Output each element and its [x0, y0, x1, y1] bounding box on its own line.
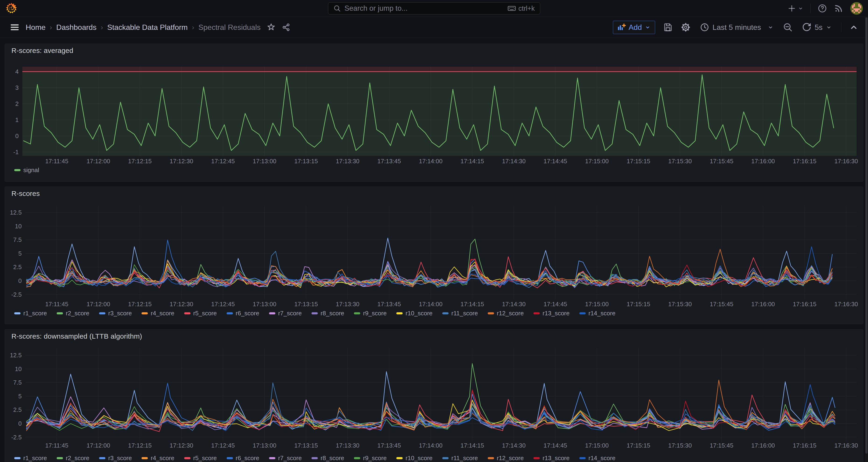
legend-item[interactable]: r4_score — [142, 455, 174, 462]
legend-item[interactable]: r7_score — [269, 455, 302, 462]
panel-r-scores[interactable]: R-scores 17:11:4517:12:0017:12:1517:12:3… — [5, 187, 863, 324]
panel-r-scores-averaged[interactable]: R-scores: averaged 17:11:4517:12:0017:12… — [5, 43, 863, 182]
timeseries-chart-downsampled[interactable]: 17:11:4517:12:0017:12:1517:12:3017:12:45… — [5, 330, 864, 462]
svg-text:17:13:30: 17:13:30 — [336, 158, 359, 165]
panel-r-scores-downsampled[interactable]: R-scores: downsampled (LTTB algorithm) 1… — [5, 329, 863, 462]
zoom-out-icon[interactable] — [783, 22, 793, 32]
collapse-topbar-caret-icon[interactable] — [849, 23, 858, 32]
legend-item[interactable]: r5_score — [184, 455, 217, 462]
legend-item[interactable]: r11_score — [442, 455, 478, 462]
legend-item[interactable]: r9_score — [354, 310, 386, 317]
legend-item[interactable]: r13_score — [533, 310, 569, 317]
news-rss-icon[interactable] — [834, 4, 843, 13]
svg-text:0: 0 — [19, 420, 22, 427]
user-avatar[interactable] — [850, 2, 863, 15]
legend-item[interactable]: r6_score — [227, 310, 259, 317]
legend-item[interactable]: r13_score — [533, 455, 569, 462]
timeseries-chart-rscores[interactable]: 17:11:4517:12:0017:12:1517:12:3017:12:45… — [5, 187, 864, 325]
legend-series-label: r3_score — [108, 455, 132, 462]
legend-item[interactable]: r11_score — [442, 310, 478, 317]
breadcrumb-separator: › — [50, 23, 52, 31]
legend-item[interactable]: r14_score — [579, 455, 616, 462]
legend-item[interactable]: r1_score — [14, 455, 47, 462]
menu-hamburger-icon[interactable] — [10, 22, 20, 32]
svg-text:17:13:00: 17:13:00 — [253, 301, 276, 308]
breadcrumb-item[interactable]: Dashboards — [56, 23, 96, 32]
svg-text:7.5: 7.5 — [13, 236, 22, 243]
grafana-logo-icon[interactable] — [6, 3, 17, 14]
help-button[interactable] — [818, 4, 827, 13]
svg-text:-2.5: -2.5 — [11, 291, 22, 298]
svg-text:17:15:45: 17:15:45 — [710, 442, 733, 449]
legend-item[interactable]: r1_score — [14, 310, 47, 317]
legend-item[interactable]: r10_score — [396, 455, 433, 462]
scrollbar[interactable] — [865, 17, 868, 462]
share-icon[interactable] — [282, 23, 290, 32]
legend-item[interactable]: r3_score — [99, 455, 132, 462]
time-range-picker[interactable]: Last 5 minutes — [699, 22, 775, 32]
legend-series-label: r3_score — [108, 310, 132, 317]
timeseries-chart-averaged[interactable]: 17:11:4517:12:0017:12:1517:12:3017:12:45… — [5, 44, 864, 182]
legend-series-label: r14_score — [588, 455, 616, 462]
legend-series-label: r6_score — [236, 455, 259, 462]
svg-text:17:12:00: 17:12:00 — [87, 301, 110, 308]
refresh-icon — [802, 23, 811, 32]
legend-series-label: r5_score — [193, 310, 217, 317]
svg-text:2: 2 — [16, 100, 19, 107]
svg-text:17:15:30: 17:15:30 — [668, 158, 692, 165]
breadcrumb-item[interactable]: Stackable Data Platform — [107, 23, 188, 32]
legend-item[interactable]: r3_score — [99, 310, 132, 317]
add-button[interactable]: Add — [613, 21, 655, 34]
legend-item[interactable]: r6_score — [227, 455, 259, 462]
legend-item[interactable]: signal — [14, 166, 39, 174]
breadcrumb-item: Spectral Residuals — [198, 23, 261, 32]
chevron-down-icon — [768, 24, 774, 30]
legend-series-label: r5_score — [193, 455, 217, 462]
svg-text:17:15:45: 17:15:45 — [710, 158, 733, 165]
dashboard-settings-gear-icon[interactable] — [681, 22, 690, 32]
legend-series-label: r10_score — [405, 455, 433, 462]
svg-text:17:11:45: 17:11:45 — [45, 158, 68, 165]
legend-series-color-chip — [354, 457, 360, 459]
legend-item[interactable]: r12_score — [488, 310, 524, 317]
legend-item[interactable]: r4_score — [142, 310, 174, 317]
legend-item[interactable]: r5_score — [184, 310, 217, 317]
legend-item[interactable]: r2_score — [57, 310, 89, 317]
svg-text:17:16:00: 17:16:00 — [751, 301, 775, 308]
legend-series-label: r1_score — [23, 455, 47, 462]
svg-text:17:11:45: 17:11:45 — [45, 442, 68, 449]
refresh-picker[interactable]: 5s — [801, 22, 833, 32]
svg-text:5: 5 — [19, 393, 22, 400]
legend-item[interactable]: r10_score — [396, 310, 433, 317]
chart-legend: signal — [14, 166, 39, 174]
scrollbar-thumb[interactable] — [865, 18, 868, 454]
legend-item[interactable]: r9_score — [354, 455, 386, 462]
legend-item[interactable]: r8_score — [311, 310, 344, 317]
save-dashboard-button[interactable] — [663, 22, 673, 32]
star-icon[interactable] — [267, 23, 276, 32]
svg-text:17:13:00: 17:13:00 — [253, 442, 276, 449]
svg-text:17:14:00: 17:14:00 — [419, 158, 442, 165]
legend-series-color-chip — [396, 457, 403, 459]
legend-item[interactable]: r8_score — [311, 455, 344, 462]
svg-text:17:16:00: 17:16:00 — [751, 442, 775, 449]
refresh-interval-label: 5s — [815, 23, 823, 32]
svg-text:17:14:15: 17:14:15 — [461, 301, 484, 308]
new-menu-button[interactable] — [787, 4, 803, 12]
breadcrumb-separator: › — [101, 23, 103, 31]
legend-series-color-chip — [142, 457, 148, 459]
legend-series-color-chip — [311, 457, 318, 459]
chevron-down-icon — [798, 6, 803, 11]
svg-text:17:13:45: 17:13:45 — [377, 158, 401, 165]
svg-text:0: 0 — [16, 132, 19, 140]
legend-item[interactable]: r14_score — [579, 310, 616, 317]
svg-text:0: 0 — [19, 277, 22, 284]
legend-series-label: r12_score — [497, 310, 524, 317]
breadcrumb-item[interactable]: Home — [26, 23, 45, 32]
legend-item[interactable]: r12_score — [488, 455, 524, 462]
legend-item[interactable]: r2_score — [57, 455, 89, 462]
top-nav-bar: Search or jump to... ctrl+k — [0, 0, 868, 17]
legend-item[interactable]: r7_score — [269, 310, 302, 317]
legend-series-color-chip — [184, 457, 190, 459]
search-bar[interactable]: Search or jump to... ctrl+k — [328, 2, 540, 14]
